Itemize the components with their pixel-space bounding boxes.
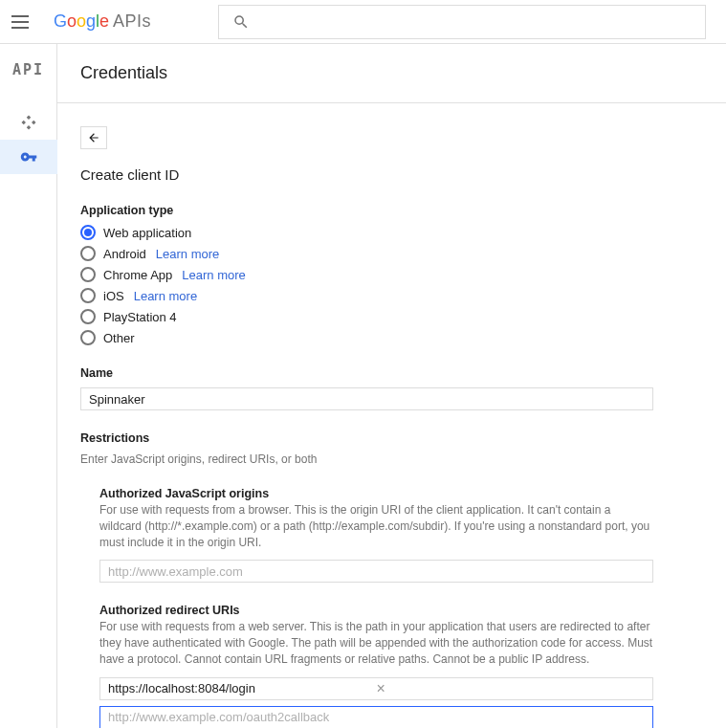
sidebar: API bbox=[0, 44, 57, 728]
redirect-uris-input[interactable] bbox=[99, 706, 653, 728]
app-type-label: Application type bbox=[80, 204, 703, 217]
hamburger-menu-icon[interactable] bbox=[11, 11, 34, 33]
radio-option[interactable]: AndroidLearn more bbox=[80, 246, 703, 261]
radio-label: PlayStation 4 bbox=[103, 310, 177, 324]
google-apis-logo[interactable]: Google APIs bbox=[54, 11, 151, 32]
radio-icon bbox=[80, 309, 96, 324]
name-label: Name bbox=[80, 366, 703, 380]
back-button[interactable] bbox=[80, 126, 107, 149]
redirect-uri-entry[interactable]: https://localhost:8084/login× bbox=[99, 677, 653, 700]
radio-option[interactable]: Other bbox=[80, 330, 703, 345]
js-origins-input[interactable] bbox=[99, 560, 653, 583]
main-content: Credentials Create client ID Application… bbox=[57, 44, 726, 728]
search-icon bbox=[232, 13, 250, 31]
section-title: Create client ID bbox=[80, 166, 703, 183]
app-type-radio-group: Web applicationAndroidLearn moreChrome A… bbox=[80, 225, 703, 345]
search-input[interactable] bbox=[259, 14, 692, 29]
redirect-uris-section: Authorized redirect URIs For use with re… bbox=[99, 604, 653, 728]
diamond-icon bbox=[20, 114, 37, 131]
radio-icon bbox=[80, 288, 96, 303]
radio-icon bbox=[80, 246, 96, 261]
learn-more-link[interactable]: Learn more bbox=[182, 268, 245, 282]
js-origins-label: Authorized JavaScript origins bbox=[99, 487, 653, 500]
radio-label: Chrome App bbox=[103, 268, 172, 282]
radio-label: Web application bbox=[103, 226, 191, 240]
page-title: Credentials bbox=[57, 44, 726, 103]
radio-icon bbox=[80, 225, 96, 240]
radio-label: Other bbox=[103, 331, 135, 345]
restrictions-help: Enter JavaScript origins, redirect URIs,… bbox=[80, 452, 703, 466]
radio-label: Android bbox=[103, 247, 146, 261]
radio-label: iOS bbox=[103, 289, 124, 303]
redirect-uris-label: Authorized redirect URIs bbox=[99, 604, 653, 617]
top-bar: Google APIs bbox=[0, 0, 726, 44]
radio-option[interactable]: PlayStation 4 bbox=[80, 309, 703, 324]
learn-more-link[interactable]: Learn more bbox=[134, 289, 197, 303]
radio-option[interactable]: Web application bbox=[80, 225, 703, 240]
radio-option[interactable]: iOSLearn more bbox=[80, 288, 703, 303]
sidebar-api-label: API bbox=[12, 61, 44, 78]
sidebar-item-credentials[interactable] bbox=[0, 140, 57, 174]
js-origins-desc: For use with requests from a browser. Th… bbox=[99, 502, 653, 550]
search-box[interactable] bbox=[218, 5, 706, 39]
radio-option[interactable]: Chrome AppLearn more bbox=[80, 267, 703, 282]
name-input[interactable] bbox=[80, 387, 653, 410]
key-icon bbox=[20, 148, 37, 165]
remove-uri-icon[interactable]: × bbox=[375, 680, 646, 697]
sidebar-item-dashboard[interactable] bbox=[0, 105, 57, 140]
redirect-uri-value: https://localhost:8084/login bbox=[108, 681, 375, 695]
js-origins-section: Authorized JavaScript origins For use wi… bbox=[99, 487, 653, 583]
learn-more-link[interactable]: Learn more bbox=[156, 247, 219, 261]
radio-icon bbox=[80, 267, 96, 282]
back-arrow-icon bbox=[86, 131, 101, 144]
radio-icon bbox=[80, 330, 96, 345]
restrictions-label: Restrictions bbox=[80, 431, 703, 445]
redirect-uris-desc: For use with requests from a web server.… bbox=[99, 619, 653, 667]
